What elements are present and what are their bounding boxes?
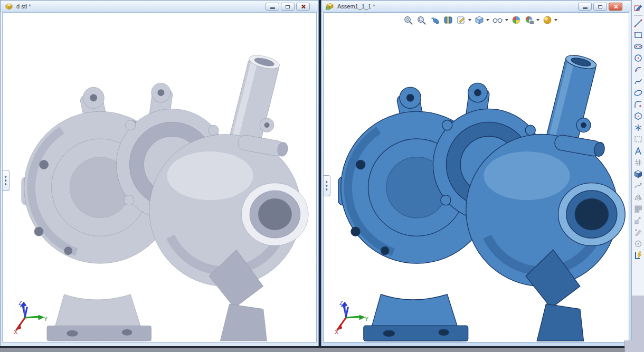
fillet-icon: [633, 100, 643, 109]
chevron-right-icon: [5, 175, 7, 178]
circle-icon: [633, 53, 643, 63]
triad-y-label: Y: [365, 316, 369, 322]
cad-assembly-model[interactable]: [324, 13, 629, 342]
chevron-right-icon: [326, 180, 328, 184]
polygon-icon: [633, 111, 643, 121]
sketch-icon: [633, 3, 643, 12]
selection-box-icon: [633, 135, 643, 144]
polygon-tool-button[interactable]: [632, 110, 644, 122]
toolbar-separator: [632, 13, 644, 17]
arc-icon: [633, 65, 643, 74]
restore-button[interactable]: [593, 3, 607, 11]
minimize-button[interactable]: [266, 3, 279, 11]
pencil-plus-icon: [633, 227, 643, 237]
titlebar-d-stl[interactable]: d stl *: [1, 1, 318, 12]
text-icon: [633, 146, 643, 156]
cube-icon: [633, 169, 643, 179]
close-button[interactable]: [609, 3, 622, 11]
window-title: d stl *: [16, 3, 31, 9]
3d-sketch-tool-button[interactable]: [632, 168, 644, 180]
part-icon: [5, 3, 13, 10]
trim-entities-tool-button[interactable]: [632, 134, 644, 145]
viewport-assembly[interactable]: Z Y X: [323, 12, 629, 343]
spline-tool-button[interactable]: [632, 75, 644, 87]
mirror-icon: [633, 193, 643, 202]
triad-x-label: X: [14, 329, 18, 335]
lightning-icon: [633, 251, 643, 260]
chevron-right-icon: [5, 183, 7, 186]
point-tool-button[interactable]: [632, 122, 644, 134]
triad-y-label: Y: [44, 316, 48, 322]
viewport-stl[interactable]: Z Y X: [2, 12, 317, 343]
chevron-right-icon: [326, 188, 328, 191]
assembly-icon: [326, 3, 334, 10]
triad-x-label: X: [335, 329, 339, 335]
resize-grip-area[interactable]: [624, 340, 644, 352]
pattern-grid-icon: [633, 204, 643, 214]
quick-snaps-tool-button[interactable]: [632, 250, 644, 261]
sketch-toolbar: [631, 0, 644, 352]
convert-entities-icon: [633, 181, 643, 191]
text-tool-button[interactable]: [632, 145, 644, 157]
triad-z-label: Z: [18, 300, 22, 306]
sketch-tool-button[interactable]: [632, 2, 644, 13]
orientation-triad: Z Y X: [331, 300, 372, 335]
close-button[interactable]: [296, 3, 310, 11]
minimize-icon: [270, 7, 275, 9]
centerpoint-arc-tool-button[interactable]: [632, 64, 644, 75]
mirror-entities-tool-button[interactable]: [632, 192, 644, 203]
feature-panel-flyout-tab[interactable]: [3, 170, 10, 191]
ellipse-icon: [633, 88, 643, 98]
modify-sketch-tool-button[interactable]: [632, 226, 644, 238]
target-icon: [633, 239, 643, 249]
status-bar: [0, 348, 631, 352]
make-block-tool-button[interactable]: [632, 238, 644, 250]
face-curves-tool-button[interactable]: [632, 157, 644, 168]
orientation-triad: Z Y X: [10, 300, 51, 335]
triad-z-label: Z: [339, 300, 343, 306]
restore-icon: [286, 5, 290, 8]
grid-curves-icon: [633, 158, 643, 167]
rectangle-icon: [633, 30, 643, 40]
corner-rectangle-tool-button[interactable]: [632, 29, 644, 41]
restore-button[interactable]: [281, 3, 295, 11]
close-icon: [613, 4, 618, 9]
spline-icon: [633, 77, 643, 86]
ellipse-tool-button[interactable]: [632, 87, 644, 99]
window-assem1-1-1: Assem1_1_1 *: [321, 0, 631, 347]
line-tool-button[interactable]: [632, 17, 644, 29]
line-icon: [633, 18, 643, 28]
chevron-right-icon: [5, 179, 7, 182]
circle-tool-button[interactable]: [632, 52, 644, 64]
minimize-icon: [583, 7, 588, 9]
sketch-fillet-tool-button[interactable]: [632, 99, 644, 110]
close-icon: [301, 4, 306, 9]
move-entities-tool-button[interactable]: [632, 215, 644, 226]
slot-icon: [633, 42, 643, 51]
linear-pattern-tool-button[interactable]: [632, 203, 644, 215]
move-icon: [633, 216, 643, 225]
window-d-stl: d stl * Z Y X: [0, 0, 319, 347]
point-icon: [633, 123, 643, 132]
chevron-right-icon: [326, 184, 328, 187]
window-title: Assem1_1_1 *: [337, 3, 375, 9]
restore-icon: [598, 5, 602, 8]
scanned-mesh-model[interactable]: [3, 13, 316, 342]
feature-panel-flyout-tab[interactable]: [324, 175, 330, 196]
straight-slot-tool-button[interactable]: [632, 41, 644, 52]
minimize-button[interactable]: [578, 3, 592, 11]
convert-entities-tool-button[interactable]: [632, 180, 644, 192]
titlebar-assem1-1-1[interactable]: Assem1_1_1 *: [321, 1, 631, 12]
